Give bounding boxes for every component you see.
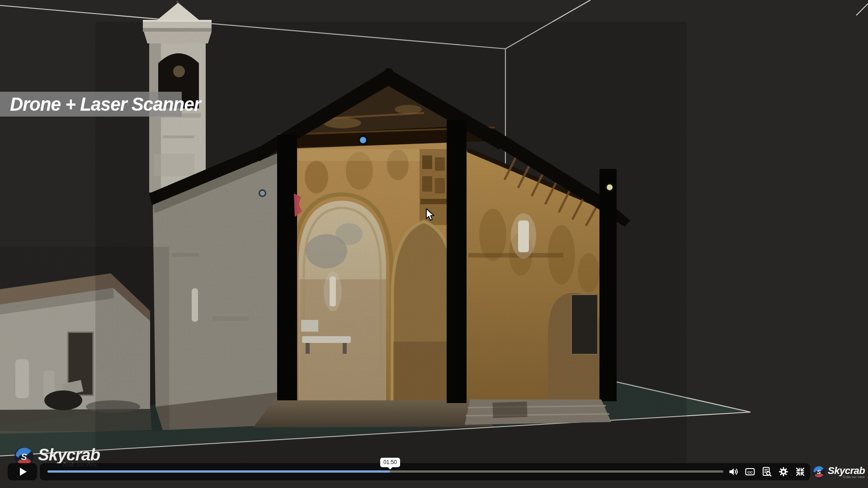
transcript-search-icon[interactable] — [761, 466, 772, 477]
player-control-bar: CC — [40, 463, 810, 480]
video-player-viewport[interactable]: Drone + Laser Scanner S Skycrab Grab our… — [0, 0, 868, 488]
closed-captions-icon[interactable]: CC — [745, 466, 755, 477]
play-icon — [20, 468, 27, 476]
exit-fullscreen-icon[interactable] — [795, 466, 806, 477]
skycrab-logo-icon: S — [812, 465, 826, 479]
progress-bar[interactable] — [47, 470, 723, 473]
skycrab-logo-letter: S — [817, 469, 821, 475]
time-tooltip-text: 01:50 — [383, 459, 397, 465]
watermark-brand-text: Skycrab — [38, 446, 100, 464]
progress-fill — [47, 470, 390, 473]
volume-icon[interactable] — [728, 466, 739, 477]
church-3d-model — [0, 0, 868, 488]
annotation-dot-gray[interactable] — [259, 189, 266, 197]
skycrab-logo-letter: S — [21, 452, 27, 462]
time-tooltip: 01:50 — [380, 458, 400, 467]
cc-icon-text: CC — [747, 470, 753, 474]
settings-gear-icon[interactable] — [778, 466, 789, 477]
annotation-dot-blue[interactable] — [358, 135, 368, 145]
player-brand-link[interactable]: S Skycrab Grab our view — [812, 465, 865, 479]
player-brand-name: Skycrab — [828, 466, 865, 476]
scan-method-label: Drone + Laser Scanner — [0, 92, 182, 117]
scan-method-label-text: Drone + Laser Scanner — [10, 92, 201, 116]
mouse-cursor — [425, 208, 437, 222]
play-button[interactable] — [8, 463, 37, 480]
annotation-dot-yellow[interactable] — [605, 183, 614, 192]
